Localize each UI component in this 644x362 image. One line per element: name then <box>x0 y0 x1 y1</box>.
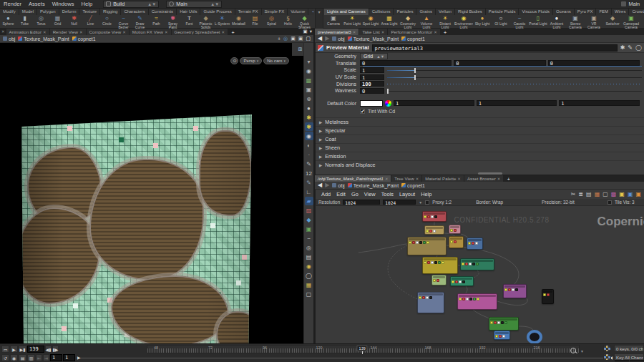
shelf-tool[interactable]: ▣ Stereo Camera <box>566 15 585 29</box>
shelf-tool[interactable]: ◎ Spiral <box>263 15 280 29</box>
shelf-tab[interactable]: FEM <box>596 9 612 15</box>
shelf-tool[interactable]: ✱ Null <box>66 15 82 29</box>
scale-slider[interactable] <box>387 67 642 73</box>
viewport-display-icon[interactable]: ▣ <box>305 225 313 233</box>
divisions-slider[interactable] <box>387 81 642 87</box>
network-toolbar-icon[interactable]: ▣ <box>619 191 625 198</box>
network-node[interactable] <box>417 292 444 313</box>
viewport-display-icon[interactable]: ✱ <box>305 122 313 131</box>
breadcrumb[interactable]: obj <box>332 183 344 188</box>
key-all-channels-button[interactable]: Key All Channels <box>614 353 644 361</box>
playback-range-slider[interactable]: ▶ ◀ <box>77 354 613 361</box>
play-button[interactable]: ▶ <box>10 346 18 353</box>
play-reverse-button[interactable]: ▭ <box>1 346 9 353</box>
timeline-ruler[interactable]: 139 487296120144168192216 <box>147 345 580 353</box>
shelf-tool[interactable]: ◉ Environment Light <box>454 15 473 29</box>
resolution-x-field[interactable]: 1024 <box>343 200 380 205</box>
breadcrumb[interactable]: copnet1 <box>401 36 425 41</box>
current-frame-field[interactable]: 139 <box>27 346 44 353</box>
shelf-tool[interactable]: ~ Curve Bezier <box>115 15 132 29</box>
shelf-tab[interactable]: Deform <box>59 9 80 15</box>
param-section-header[interactable]: ▶ Coat <box>316 134 644 143</box>
shelf-tool[interactable]: ~ Caustic Light <box>510 15 529 29</box>
waviness-field[interactable]: 0 <box>360 88 384 94</box>
viewport-display-icon[interactable]: ⊗ <box>305 94 313 103</box>
goto-range-end-button[interactable]: ⇥ <box>43 354 49 361</box>
network-node[interactable] <box>457 293 497 310</box>
menu-item[interactable]: Help <box>78 0 97 9</box>
shelf-tab[interactable]: Simple FX <box>262 9 288 15</box>
network-menu-item[interactable]: Help <box>418 191 434 197</box>
shelf-tool[interactable]: ▦ Area Light <box>380 15 399 29</box>
shelf-tab[interactable]: Lights and Cameras <box>324 9 369 15</box>
network-node[interactable] <box>489 317 519 331</box>
pane-tab[interactable]: Asset Browser ✕ <box>464 175 504 182</box>
shelf-tool[interactable]: ◉ Metaball <box>230 15 247 29</box>
color-r-field[interactable]: 1 <box>394 100 474 106</box>
shelf-tab[interactable]: Terrain FX <box>235 9 262 15</box>
viewport-display-icon[interactable]: ◉ <box>305 67 313 75</box>
shelf-tab[interactable]: Volume <box>288 9 308 15</box>
viewport-display-icon[interactable]: ▢ <box>305 290 313 298</box>
viewport-display-icon[interactable]: ▣ <box>305 85 313 94</box>
viewport-display-icon[interactable]: 12 <box>305 169 313 177</box>
hierarchy-icon[interactable]: ⊞ <box>298 47 303 52</box>
desktop-selector[interactable]: Build ▲▼ <box>103 1 159 8</box>
resolution-y-field[interactable]: 1024 <box>383 200 416 205</box>
viewport-display-icon[interactable]: ▾ <box>305 57 313 66</box>
shelf-tool[interactable]: ◆ Quick Shapes <box>296 15 313 29</box>
close-icon[interactable]: ✕ <box>0 29 6 35</box>
network-node[interactable] <box>424 225 444 235</box>
shelf-tab[interactable]: Viscous Fluids <box>519 9 553 15</box>
pane-tab[interactable]: Material Palette ✕ <box>422 175 464 182</box>
breadcrumb[interactable]: obj <box>332 36 344 41</box>
pane-menu-icon[interactable]: ▾ <box>310 29 312 34</box>
network-node[interactable] <box>494 331 510 340</box>
network-menu-item[interactable]: Edit <box>333 191 348 197</box>
add-shelf-tab-button[interactable]: ＋ <box>308 9 313 15</box>
network-node[interactable] <box>407 237 447 255</box>
shelf-tab[interactable]: Vellum <box>436 9 455 15</box>
pane-tab[interactable]: /obj/Texture_Mask_Paint/copnet1 ✕ <box>315 175 391 182</box>
menu-item[interactable]: Windows <box>49 0 78 9</box>
channel-options-icon[interactable] <box>603 353 611 361</box>
network-node[interactable] <box>449 236 464 248</box>
global-range-start-field[interactable]: 1 <box>50 354 62 361</box>
breadcrumb[interactable]: obj <box>3 36 15 41</box>
viewport-display-icon[interactable]: ◐ <box>305 141 313 150</box>
close-icon[interactable]: ✕ <box>497 177 501 181</box>
shelf-tool[interactable]: ▣ Gamepad Camera <box>622 15 640 29</box>
keyframe-options-icon[interactable] <box>603 345 611 352</box>
breadcrumb[interactable]: copnet1 <box>401 183 425 188</box>
close-icon[interactable]: ✕ <box>434 30 437 34</box>
shelf-tool[interactable]: ☀ Distant Light <box>436 15 454 29</box>
close-icon[interactable]: ✕ <box>353 30 356 34</box>
shelf-tab[interactable]: Pyro FX <box>575 9 597 15</box>
playbar-options-button[interactable]: ▤ <box>19 354 26 361</box>
snapshot-icon[interactable]: ▢ <box>306 36 311 41</box>
breadcrumb[interactable]: Texture_Mask_Paint <box>18 36 69 41</box>
add-tab-button[interactable]: ＋ <box>228 29 237 35</box>
close-icon[interactable]: ✕ <box>416 177 419 181</box>
proxy-checkbox[interactable] <box>425 200 429 205</box>
shelf-tool[interactable]: ▣ VR Camera <box>585 15 603 29</box>
network-graph[interactable]: CONFIDENTIAL H20.5.278 Copernicus <box>315 206 644 343</box>
translate-z-field[interactable]: 0 <box>548 60 640 66</box>
pane-tab[interactable]: Render View ✕ <box>50 29 86 35</box>
shelf-tab[interactable]: Model <box>19 9 37 15</box>
pane-tab[interactable]: Take List ✕ <box>359 29 387 35</box>
network-node[interactable] <box>450 276 474 286</box>
back-arrow-icon[interactable]: ◀ <box>318 182 322 189</box>
main-menu-selector[interactable]: Main <box>621 1 640 7</box>
shelf-divider[interactable]: ▾ <box>315 9 323 29</box>
waviness-slider[interactable] <box>387 88 642 94</box>
shelf-tab[interactable]: Particles <box>394 9 416 15</box>
shelf-tab[interactable]: Oceans <box>553 9 575 15</box>
network-toolbar-icon[interactable]: ▦ <box>595 191 600 198</box>
network-toolbar-icon[interactable]: ✂ <box>571 191 576 198</box>
next-frame-button[interactable]: ▮▶ <box>52 346 59 353</box>
shelf-tab[interactable]: Particle Fluids <box>486 9 519 15</box>
viewport-display-icon[interactable]: ◆ <box>305 215 313 224</box>
shelf-tab[interactable]: Constraints <box>149 9 177 15</box>
cube-pin-icon[interactable]: ▣ <box>298 36 303 41</box>
